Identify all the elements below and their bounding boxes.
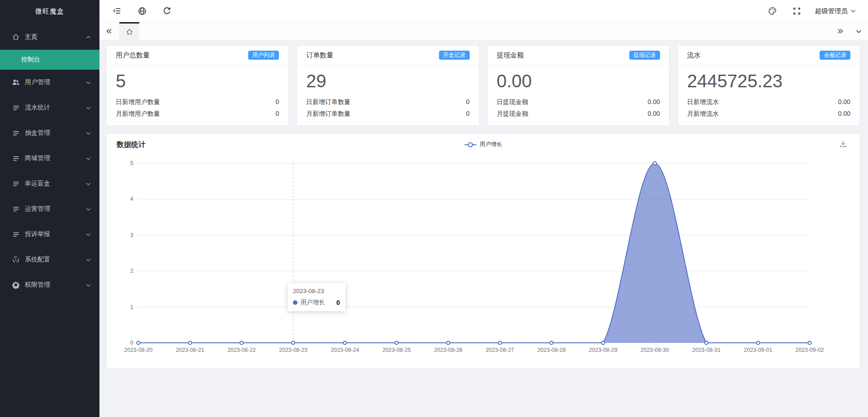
stat-card-body: 29日新增订单数量0月新增订单数量0 [297,65,478,119]
sidebar-item[interactable]: 主页 [0,24,99,50]
data-point-marker [292,341,295,344]
stat-card-rows: 日新增订单数量0月新增订单数量0 [306,96,469,119]
chart-card: 数据统计 用户增长 0123452023-08-202023-08-212023… [106,133,860,369]
sidebar-subitem[interactable]: 控制台 [0,50,99,70]
sidebar-menu: 主页控制台用户管理流水统计抽盒管理商城管理幸运盲盒运营管理投诉举报系统配置权限管… [0,23,99,298]
sidebar-item-label: 控制台 [21,56,40,64]
stat-card-badge[interactable]: 用户列表 [248,51,279,60]
sidebar-item[interactable]: 商城管理 [0,146,99,171]
stat-card-value: 5 [116,68,279,94]
main-content: 用户总数量用户列表5日新增用户数量0月新增用户数量0订单数量开盒记录29日新增订… [99,41,868,417]
tooltip-row: 用户增长 0 [293,299,340,307]
sidebar: 微旺魔盒 主页控制台用户管理流水统计抽盒管理商城管理幸运盲盒运营管理投诉举报系统… [0,0,99,417]
sidebar-item[interactable]: 流水统计 [0,95,99,120]
stat-row: 月新增流水0.00 [687,108,850,119]
x-axis-tick-label: 2023-08-22 [227,347,256,353]
stat-row: 月新增用户数量0 [116,108,279,119]
x-axis-tick-label: 2023-08-30 [641,347,669,353]
data-point-marker [395,341,398,344]
globe-icon[interactable] [136,5,148,17]
stat-row-value: 0.00 [838,96,850,108]
user-menu[interactable]: 超级管理员 [815,7,857,15]
stat-row: 月新增订单数量0 [306,108,469,119]
data-point-marker [447,341,450,344]
stat-card-header: 订单数量开盒记录 [297,46,478,65]
stat-row-value: 0.00 [648,108,660,119]
sidebar-item[interactable]: 幸运盲盒 [0,171,99,196]
y-axis-tick-label: 0 [130,340,133,346]
sidebar-item-label: 投诉举报 [25,230,50,238]
tooltip-series-label: 用户增长 [301,299,325,307]
stat-row-label: 月新增用户数量 [116,108,160,119]
x-axis-tick-label: 2023-08-23 [279,347,307,353]
sidebar-item-label: 权限管理 [25,281,50,289]
sidebar-item[interactable]: 投诉举报 [0,222,99,247]
stat-row: 日提现金额0.00 [497,96,660,108]
list-icon [12,230,20,238]
users-icon [12,78,20,86]
x-axis-tick-label: 2023-09-01 [744,347,772,353]
y-axis-tick-label: 5 [130,160,133,166]
list-icon [12,129,20,137]
palette-icon[interactable] [766,5,779,17]
fullscreen-icon[interactable] [791,5,803,17]
app-logo: 微旺魔盒 [0,0,99,23]
stat-row: 日新增订单数量0 [306,96,469,108]
list-icon [12,154,20,162]
sidebar-item-label: 主页 [25,33,38,41]
stat-card-badge[interactable]: 提现记录 [629,51,660,60]
stat-card-body: 5日新增用户数量0月新增用户数量0 [107,65,288,119]
stat-card-rows: 日新增流水0.00月新增流水0.00 [687,96,850,119]
stat-row: 月提现金额0.00 [497,108,660,119]
data-point-marker [137,341,140,344]
chevron-down-icon[interactable] [852,28,865,35]
chevron-down-icon [85,156,91,161]
stat-row-value: 0.00 [648,96,660,108]
stat-row-label: 月提现金额 [497,108,528,119]
chevron-down-icon [85,130,91,136]
chevron-down-icon [85,232,91,237]
home-icon [126,28,133,36]
stat-card-title: 订单数量 [306,51,333,60]
stat-card-title: 用户总数量 [116,51,150,60]
data-point-marker [601,341,604,344]
sidebar-item[interactable]: 抽盒管理 [0,120,99,146]
stat-row-label: 日新增用户数量 [116,96,160,108]
double-chevron-left-icon[interactable] [102,22,116,40]
chevron-down-icon [85,257,91,263]
stat-card-badge[interactable]: 开盒记录 [439,51,470,60]
sidebar-item[interactable]: 系统配置 [0,247,99,272]
stat-card-body: 0.00日提现金额0.00月提现金额0.00 [488,65,669,119]
stat-card-header: 提现金额提现记录 [488,46,669,65]
double-chevron-right-icon[interactable] [834,27,847,35]
chevron-down-icon [85,80,91,85]
x-axis-tick-label: 2023-08-27 [486,347,514,353]
x-axis-tick-label: 2023-08-25 [382,347,411,353]
tab-home[interactable] [119,22,139,41]
menu-collapse-icon[interactable] [111,5,123,17]
sidebar-item-label: 运营管理 [25,205,50,213]
list-icon [12,205,20,213]
dashboard-screen: 微旺魔盒 主页控制台用户管理流水统计抽盒管理商城管理幸运盲盒运营管理投诉举报系统… [0,0,868,417]
stat-row: 日新增流水0.00 [687,96,850,108]
sidebar-item[interactable]: 运营管理 [0,196,99,222]
download-icon[interactable] [839,139,848,148]
legend-item-user-growth[interactable]: 用户增长 [464,141,502,148]
data-point-marker [343,341,346,344]
sidebar-item[interactable]: 用户管理 [0,70,99,95]
series-dot-icon [293,300,297,305]
stat-row-value: 0 [275,108,279,119]
sidebar-item[interactable]: 权限管理 [0,272,99,298]
chart-tooltip: 2023-08-23 用户增长 0 [288,283,345,311]
x-axis-tick-label: 2023-08-29 [589,347,618,353]
chevron-down-icon [85,206,91,212]
data-point-marker [550,341,553,344]
chart-title: 数据统计 [117,140,146,150]
x-axis-tick-label: 2023-08-21 [176,347,204,353]
navbar-right-group: 超级管理员 [766,5,857,17]
refresh-icon[interactable] [160,5,173,17]
x-axis-tick-label: 2023-08-20 [124,347,153,353]
tab-bar [99,22,868,41]
tab-bar-controls [834,27,868,35]
stat-card-badge[interactable]: 余额记录 [820,51,850,60]
